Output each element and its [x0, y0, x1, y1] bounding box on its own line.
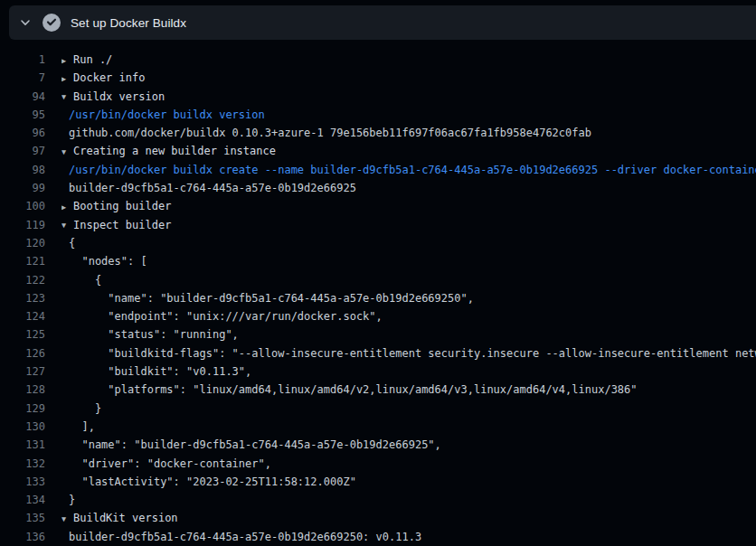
log-line-text: {	[69, 271, 756, 289]
log-line-text: "name": "builder-d9cfb5a1-c764-445a-a57e…	[69, 436, 756, 454]
log-line-number[interactable]: 95	[0, 106, 45, 124]
log-line-number[interactable]: 129	[0, 400, 45, 418]
log-line-number[interactable]: 123	[0, 289, 45, 307]
log-line: 99builder-d9cfb5a1-c764-445a-a57e-0b19d2…	[0, 179, 756, 197]
log-group-toggle[interactable]: ▼BuildKit version	[61, 509, 756, 527]
log-group-title: Run ./	[73, 53, 112, 66]
log-line-text: builder-d9cfb5a1-c764-445a-a57e-0b19d2e6…	[69, 528, 756, 546]
log-line-number[interactable]: 127	[0, 362, 45, 381]
step-header[interactable]: Set up Docker Buildx	[9, 5, 756, 40]
log-line: 129 }	[0, 400, 756, 418]
disclosure-triangle-icon[interactable]: ▼	[61, 510, 73, 528]
log-line: 133 "lastActivity": "2023-02-25T11:58:12…	[0, 473, 756, 491]
log-line-text: github.com/docker/buildx 0.10.3+azure-1 …	[69, 124, 756, 142]
log-line: 121 "nodes": [	[0, 252, 756, 270]
disclosure-triangle-icon[interactable]: ▶	[61, 198, 73, 216]
log-line-number[interactable]: 96	[0, 124, 45, 142]
log-line-number[interactable]: 94	[0, 88, 45, 106]
log-line-text: ],	[69, 418, 756, 436]
disclosure-triangle-icon[interactable]: ▼	[61, 88, 73, 106]
log-line-text: "endpoint": "unix:///var/run/docker.sock…	[69, 307, 756, 325]
log-line-number[interactable]: 120	[0, 234, 45, 252]
log-line-text: "lastActivity": "2023-02-25T11:58:12.000…	[69, 473, 756, 491]
log-line-text: {	[69, 234, 756, 252]
log-line: 123 "name": "builder-d9cfb5a1-c764-445a-…	[0, 289, 756, 307]
log-group-title: Creating a new builder instance	[73, 145, 276, 157]
chevron-down-icon[interactable]	[14, 11, 37, 34]
log-line: 96github.com/docker/buildx 0.10.3+azure-…	[0, 124, 756, 142]
log-line: 126 "buildkitd-flags": "--allow-insecure…	[0, 344, 756, 362]
log-line-number[interactable]: 131	[0, 436, 45, 454]
log-line-text: builder-d9cfb5a1-c764-445a-a57e-0b19d2e6…	[69, 179, 756, 197]
log-line-text: }	[69, 400, 756, 418]
log-line-number[interactable]: 119	[0, 216, 45, 234]
disclosure-triangle-icon[interactable]: ▶	[61, 70, 73, 88]
log-line-number[interactable]: 124	[0, 307, 45, 325]
log-line-number[interactable]: 122	[0, 271, 45, 289]
log-line: 128 "platforms": "linux/amd64,linux/amd6…	[0, 381, 756, 399]
log-line-number[interactable]: 128	[0, 381, 45, 399]
log-group-toggle[interactable]: ▼Inspect builder	[61, 216, 756, 234]
log-group-toggle[interactable]: ▼Creating a new builder instance	[61, 142, 756, 160]
log-line-number[interactable]: 121	[0, 252, 45, 270]
log-line-number[interactable]: 97	[0, 142, 45, 160]
log-line-number[interactable]: 134	[0, 491, 45, 509]
disclosure-triangle-icon[interactable]: ▼	[61, 143, 73, 161]
log-group-row: 97▼Creating a new builder instance	[0, 142, 756, 160]
log-line-number[interactable]: 99	[0, 179, 45, 197]
log-group-row: 7▶Docker info	[0, 69, 756, 87]
log-line: 122 {	[0, 271, 756, 289]
log-line-number[interactable]: 7	[0, 69, 45, 87]
log-line: 125 "status": "running",	[0, 325, 756, 344]
disclosure-triangle-icon[interactable]: ▼	[61, 216, 73, 234]
log-line-number[interactable]: 125	[0, 325, 45, 344]
log-group-toggle[interactable]: ▼Buildx version	[61, 88, 756, 106]
log-line-number[interactable]: 133	[0, 473, 45, 491]
log-line-text: /usr/bin/docker buildx create --name bui…	[69, 161, 756, 179]
log-pane: 1▶Run ./7▶Docker info94▼Buildx version95…	[0, 40, 756, 546]
log-line: 124 "endpoint": "unix:///var/run/docker.…	[0, 307, 756, 325]
log-group-toggle[interactable]: ▶Docker info	[61, 69, 756, 87]
log-group-toggle[interactable]: ▶Run ./	[61, 51, 756, 69]
log-line: 130 ],	[0, 418, 756, 436]
log-group-row: 100▶Booting builder	[0, 197, 756, 215]
log-group-title: Docker info	[73, 71, 145, 84]
log-line: 120{	[0, 234, 756, 252]
log-group-toggle[interactable]: ▶Booting builder	[61, 197, 756, 215]
check-circle-icon	[43, 14, 61, 32]
log-line-number[interactable]: 98	[0, 161, 45, 179]
log-line-text: "name": "builder-d9cfb5a1-c764-445a-a57e…	[69, 289, 756, 307]
log-line: 132 "driver": "docker-container",	[0, 455, 756, 473]
log-group-title: Booting builder	[73, 200, 171, 212]
log-line-number[interactable]: 130	[0, 418, 45, 436]
log-line-text: "nodes": [	[69, 252, 756, 270]
log-line-number[interactable]: 100	[0, 197, 45, 215]
log-line-text: "driver": "docker-container",	[69, 455, 756, 473]
log-line-number[interactable]: 135	[0, 509, 45, 527]
log-line-text: "status": "running",	[69, 325, 756, 344]
log-group-title: Buildx version	[73, 90, 165, 103]
log-line: 127 "buildkit": "v0.11.3",	[0, 362, 756, 381]
step-title: Set up Docker Buildx	[71, 16, 186, 30]
log-line-text: "buildkitd-flags": "--allow-insecure-ent…	[69, 344, 756, 362]
log-line-text: "platforms": "linux/amd64,linux/amd64/v2…	[69, 381, 756, 399]
log-line: 131 "name": "builder-d9cfb5a1-c764-445a-…	[0, 436, 756, 454]
log-line: 134}	[0, 491, 756, 509]
log-line-text: /usr/bin/docker buildx version	[69, 106, 756, 124]
log-group-row: 119▼Inspect builder	[0, 216, 756, 234]
log-group-title: Inspect builder	[73, 219, 171, 231]
log-line-number[interactable]: 136	[0, 528, 45, 546]
log-line-text: }	[69, 491, 756, 509]
log-line-number[interactable]: 126	[0, 344, 45, 362]
actions-log-viewer: Set up Docker Buildx 1▶Run ./7▶Docker in…	[0, 0, 756, 546]
log-line-number[interactable]: 1	[0, 51, 45, 69]
log-group-title: BuildKit version	[73, 512, 178, 524]
log-line: 136builder-d9cfb5a1-c764-445a-a57e-0b19d…	[0, 528, 756, 546]
log-group-row: 94▼Buildx version	[0, 88, 756, 106]
log-line-number[interactable]: 132	[0, 455, 45, 473]
log-line: 95/usr/bin/docker buildx version	[0, 106, 756, 124]
log-line-text: "buildkit": "v0.11.3",	[69, 362, 756, 381]
log-group-row: 135▼BuildKit version	[0, 509, 756, 527]
log-group-row: 1▶Run ./	[0, 51, 756, 69]
disclosure-triangle-icon[interactable]: ▶	[61, 52, 73, 70]
